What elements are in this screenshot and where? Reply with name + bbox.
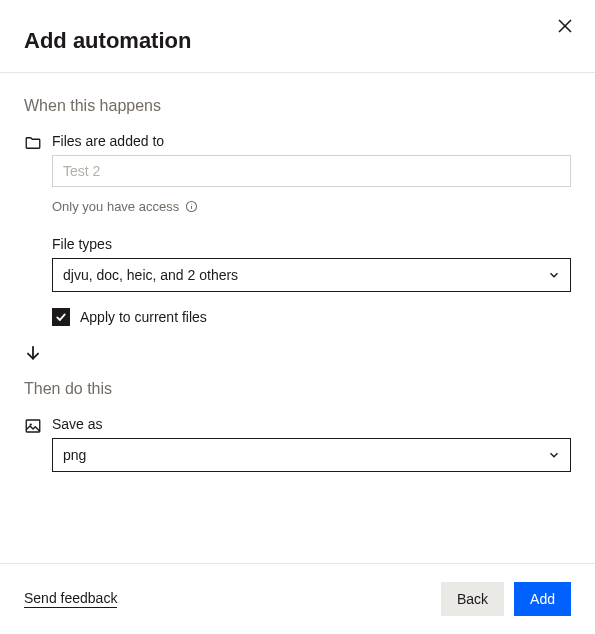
format-select[interactable]: png — [52, 438, 571, 472]
format-value: png — [63, 447, 86, 463]
add-button[interactable]: Add — [514, 582, 571, 616]
trigger-label: Files are added to — [52, 133, 571, 149]
apply-current-checkbox[interactable]: Apply to current files — [52, 308, 571, 326]
svg-rect-6 — [26, 420, 40, 432]
access-note-text: Only you have access — [52, 199, 179, 214]
then-section-label: Then do this — [24, 380, 571, 398]
image-icon — [24, 416, 52, 439]
back-button[interactable]: Back — [441, 582, 504, 616]
when-section-label: When this happens — [24, 97, 571, 115]
file-types-value: djvu, doc, heic, and 2 others — [63, 267, 238, 283]
file-types-label: File types — [52, 236, 571, 252]
file-types-select[interactable]: djvu, doc, heic, and 2 others — [52, 258, 571, 292]
arrow-down-icon — [24, 344, 42, 362]
close-icon — [557, 18, 573, 34]
modal-footer: Send feedback Back Add — [0, 563, 595, 634]
when-section: When this happens Files are added to Onl… — [0, 73, 595, 326]
then-section: Then do this Save as png — [0, 380, 595, 472]
access-note: Only you have access — [52, 199, 571, 214]
checkbox-box — [52, 308, 70, 326]
page-title: Add automation — [24, 28, 571, 54]
svg-point-4 — [191, 204, 192, 205]
apply-current-label: Apply to current files — [80, 309, 207, 325]
modal-header: Add automation — [0, 0, 595, 73]
action-label: Save as — [52, 416, 571, 432]
send-feedback-link[interactable]: Send feedback — [24, 590, 117, 608]
close-button[interactable] — [553, 14, 577, 42]
check-icon — [55, 311, 67, 323]
flow-connector — [0, 332, 595, 374]
folder-icon — [24, 133, 52, 156]
folder-input[interactable] — [52, 155, 571, 187]
svg-point-7 — [30, 423, 32, 425]
info-icon — [185, 200, 198, 213]
